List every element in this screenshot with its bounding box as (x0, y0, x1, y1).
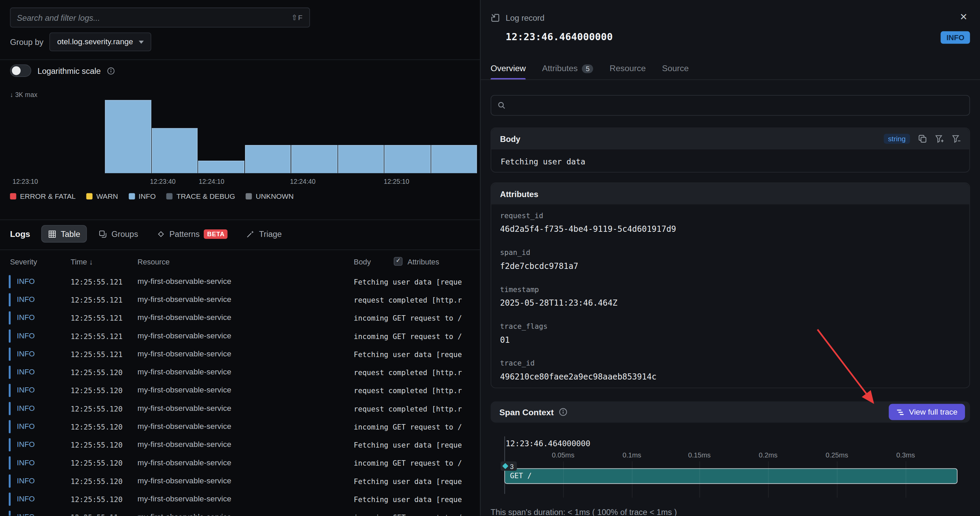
info-icon[interactable] (107, 67, 115, 75)
chart-bar[interactable] (385, 145, 430, 173)
legend-item[interactable]: ERROR & FATAL (10, 193, 76, 200)
copy-icon[interactable] (918, 134, 927, 143)
legend-label: WARN (96, 193, 118, 200)
panel-search-input[interactable] (511, 101, 963, 110)
legend-item[interactable]: INFO (129, 193, 156, 200)
chart-bar[interactable] (245, 145, 291, 173)
patterns-icon (157, 230, 165, 238)
span-duration-note: This span's duration: < 1ms ( 100% of tr… (491, 508, 677, 516)
col-attributes[interactable]: Attributes (408, 258, 439, 266)
table-row[interactable]: INFO12:25:55.120my-first-observable-serv… (0, 436, 480, 454)
info-icon[interactable] (559, 408, 568, 417)
chevron-down-icon (138, 40, 143, 43)
attribute-item[interactable]: trace_id496210ce80faee2a9ec98aaeb853914c (492, 352, 969, 389)
logs-section-title: Logs (10, 229, 30, 239)
panel-search-box[interactable] (491, 95, 970, 116)
severity-indicator (9, 420, 11, 433)
resource-cell: my-first-observable-service (137, 350, 231, 358)
body-cell: incoming GET request to / (354, 459, 462, 468)
panel-header: Log record (491, 13, 544, 23)
attributes-section-header: Attributes (492, 183, 969, 204)
span-bar[interactable]: GET / (504, 468, 958, 484)
table-row[interactable]: INFO12:25:55.120my-first-observable-serv… (0, 363, 480, 381)
time-cell: 12:25:55.120 (71, 495, 123, 504)
close-icon[interactable] (959, 11, 967, 22)
resource-cell: my-first-observable-service (137, 277, 231, 286)
table-row[interactable]: INFO12:25:55.121my-first-observable-serv… (0, 327, 480, 345)
attribute-item[interactable]: timestamp2025-05-28T11:23:46.464Z (492, 278, 969, 315)
table-row[interactable]: INFO12:25:55.120my-first-observable-serv… (0, 381, 480, 399)
chart-bar[interactable] (431, 145, 477, 173)
logs-search-input[interactable] (17, 13, 292, 22)
table-row[interactable]: INFO12:25:55.120my-first-observable-serv… (0, 454, 480, 472)
table-row[interactable]: INFO12:25:55.121my-first-observable-serv… (0, 272, 480, 291)
col-resource[interactable]: Resource (137, 258, 169, 266)
attribute-item[interactable]: trace_flags01 (492, 315, 969, 352)
table-row[interactable]: INFO12:25:55.120my-first-observable-serv… (0, 472, 480, 490)
divider (0, 59, 480, 60)
log-rows: INFO12:25:55.121my-first-observable-serv… (0, 272, 480, 516)
attribute-item[interactable]: span_idf2de7cbcdc9781a7 (492, 241, 969, 278)
body-section: Body string Fetching user data (491, 127, 970, 172)
view-tab-triage[interactable]: Triage (240, 225, 288, 242)
tab-source[interactable]: Source (662, 63, 689, 80)
chart-bar[interactable] (151, 128, 197, 173)
legend-item[interactable]: UNKNOWN (246, 193, 294, 200)
attribute-key: timestamp (500, 285, 961, 294)
view-full-trace-label: View full trace (909, 408, 958, 417)
group-by-dropdown[interactable]: otel.log.severity.range (50, 33, 151, 51)
chart-bar[interactable] (338, 145, 384, 173)
timeline-tick-label: 0.25ms (826, 451, 848, 459)
include-filter-icon[interactable] (935, 134, 944, 143)
legend-item[interactable]: TRACE & DEBUG (166, 193, 235, 200)
severity-indicator (9, 438, 11, 452)
logarithmic-scale-toggle[interactable] (10, 64, 31, 77)
tab-resource[interactable]: Resource (610, 63, 646, 80)
view-tab-groups[interactable]: Groups (92, 225, 145, 242)
view-full-trace-button[interactable]: View full trace (889, 404, 965, 420)
toggle-knob (12, 66, 21, 75)
table-row[interactable]: INFO12:25:55.121my-first-observable-serv… (0, 345, 480, 363)
resource-cell: my-first-observable-service (137, 440, 231, 449)
tab-attributes[interactable]: Attributes5 (542, 63, 593, 80)
legend-item[interactable]: WARN (86, 193, 118, 200)
table-row[interactable]: INFO12:25:55.121my-first-observable-serv… (0, 291, 480, 309)
resource-cell: my-first-observable-service (137, 385, 231, 395)
logs-search-box[interactable]: ⇧F (10, 8, 310, 27)
groups-icon (99, 230, 107, 238)
resource-cell: my-first-observable-service (137, 458, 231, 467)
table-row[interactable]: INFO12:25:55.121my-first-observable-serv… (0, 309, 480, 327)
span-marker-count: 3 (510, 462, 514, 470)
severity-indicator (9, 402, 11, 415)
chart-bar[interactable] (105, 100, 151, 173)
attribute-item[interactable]: request_id46d2a5f4-f735-4be4-9119-5c4d60… (492, 205, 969, 241)
col-time[interactable]: Time ↓ (71, 258, 93, 266)
body-cell: Fetching user data [reque (354, 350, 462, 359)
span-marker[interactable]: 3 (501, 462, 517, 471)
table-row[interactable]: INFO12:25:55.120my-first-observable-serv… (0, 418, 480, 436)
resource-cell: my-first-observable-service (137, 313, 231, 322)
severity-cell: INFO (17, 350, 35, 358)
col-severity[interactable]: Severity (10, 258, 37, 266)
chart-bar[interactable] (291, 145, 337, 173)
attributes-list: request_id46d2a5f4-f735-4be4-9119-5c4d60… (492, 205, 969, 389)
table-row[interactable]: INFO12:25:55.120my-first-observable-serv… (0, 400, 480, 418)
exclude-filter-icon[interactable] (952, 134, 961, 143)
log-record-panel: Log record 12:23:46.464000000 INFO Overv… (480, 0, 980, 516)
body-cell: request completed [http.r (354, 405, 462, 413)
col-body[interactable]: Body (354, 258, 371, 266)
timeline-gridline (563, 462, 564, 498)
time-cell: 12:25:55.11 (71, 513, 118, 516)
tab-overview[interactable]: Overview (491, 63, 526, 80)
body-section-header: Body string (492, 128, 969, 150)
chart-bar[interactable] (198, 161, 244, 173)
timeline-gridline (837, 462, 837, 498)
attributes-section-title: Attributes (500, 189, 538, 199)
table-row[interactable]: INFO12:25:55.11my-first-observable-servi… (0, 508, 480, 516)
resource-cell: my-first-observable-service (137, 331, 231, 340)
view-tab-patterns[interactable]: PatternsBETA (150, 225, 235, 242)
view-tab-table[interactable]: Table (41, 225, 87, 242)
attributes-checkbox[interactable] (394, 257, 402, 266)
record-timestamp: 12:23:46.464000000 (506, 31, 613, 43)
table-row[interactable]: INFO12:25:55.120my-first-observable-serv… (0, 490, 480, 508)
